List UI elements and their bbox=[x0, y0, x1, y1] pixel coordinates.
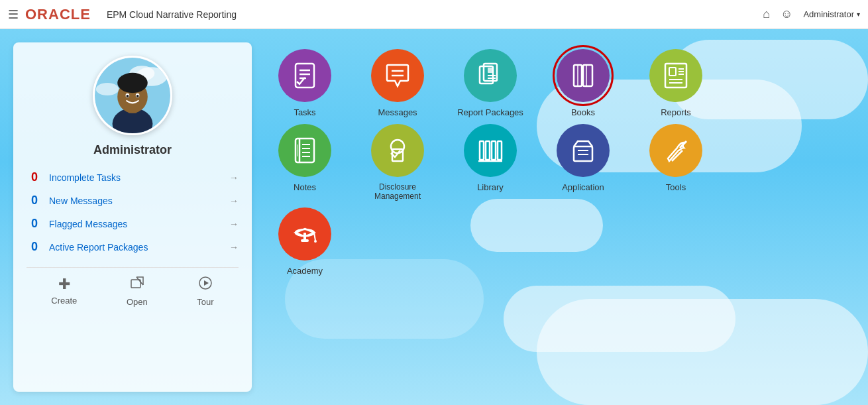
svg-point-3 bbox=[96, 83, 119, 95]
oracle-logo: ORACLE bbox=[25, 6, 91, 23]
stat-arrow[interactable]: → bbox=[229, 196, 239, 206]
stat-number: 0 bbox=[27, 170, 42, 184]
svg-point-11 bbox=[136, 95, 139, 97]
application-icon-circle bbox=[557, 124, 610, 177]
open-button[interactable]: Open bbox=[127, 276, 148, 307]
application-icon bbox=[569, 136, 598, 165]
apps-grid: Tasks Messages bbox=[265, 42, 855, 392]
reports-item[interactable]: Reports bbox=[636, 49, 716, 117]
reports-icon-circle bbox=[649, 49, 702, 102]
open-icon bbox=[130, 276, 144, 294]
tools-icon bbox=[661, 136, 690, 165]
library-icon-circle bbox=[464, 124, 517, 177]
stat-number: 0 bbox=[27, 240, 42, 254]
svg-rect-38 bbox=[296, 139, 314, 162]
svg-point-7 bbox=[117, 73, 148, 93]
tour-button[interactable]: Tour bbox=[197, 276, 213, 307]
main-content: Administrator 0Incomplete Tasks→0New Mes… bbox=[0, 29, 868, 405]
stat-link[interactable]: New Messages bbox=[49, 196, 223, 206]
disclosure-icon bbox=[383, 136, 412, 165]
tools-label: Tools bbox=[666, 182, 686, 192]
report-packages-label: Report Packages bbox=[457, 107, 523, 117]
academy-label: Academy bbox=[287, 266, 323, 276]
svg-marker-15 bbox=[204, 280, 209, 286]
report-packages-icon bbox=[476, 61, 505, 90]
library-icon bbox=[476, 136, 505, 165]
report-packages-item[interactable]: Report Packages bbox=[451, 49, 530, 117]
grid-row-3: Academy bbox=[265, 207, 855, 276]
svg-rect-47 bbox=[480, 141, 484, 160]
academy-item[interactable]: Academy bbox=[265, 207, 345, 276]
create-label: Create bbox=[51, 296, 77, 306]
stat-number: 0 bbox=[27, 194, 42, 207]
svg-rect-60 bbox=[301, 239, 309, 242]
svg-line-61 bbox=[314, 233, 315, 241]
notes-icon-circle bbox=[278, 124, 331, 177]
stat-link[interactable]: Incomplete Tasks bbox=[49, 172, 223, 183]
tour-label: Tour bbox=[197, 297, 213, 307]
header-actions: ⌂ ☺ Administrator ▾ bbox=[763, 7, 860, 21]
stat-link[interactable]: Flagged Messages bbox=[49, 219, 223, 229]
books-item[interactable]: Books bbox=[543, 49, 623, 117]
svg-rect-28 bbox=[583, 65, 592, 86]
books-label: Books bbox=[571, 107, 595, 117]
open-label: Open bbox=[127, 297, 148, 307]
report-packages-icon-circle bbox=[464, 49, 517, 102]
library-item[interactable]: Library bbox=[451, 124, 530, 201]
notes-label: Notes bbox=[294, 182, 316, 192]
academy-icon-circle bbox=[278, 207, 331, 260]
user-panel: Administrator 0Incomplete Tasks→0New Mes… bbox=[13, 42, 252, 392]
svg-point-62 bbox=[314, 240, 317, 243]
tour-icon bbox=[198, 276, 213, 294]
svg-rect-32 bbox=[669, 68, 676, 76]
disclosure-label: Disclosure Management bbox=[358, 182, 437, 201]
user-name: Administrator bbox=[803, 9, 854, 19]
tasks-label: Tasks bbox=[294, 107, 315, 117]
user-menu-caret: ▾ bbox=[857, 11, 860, 18]
admin-name: Administrator bbox=[93, 143, 172, 157]
disclosure-icon-circle bbox=[371, 124, 424, 177]
tasks-icon bbox=[290, 61, 319, 90]
stat-row: 0Incomplete Tasks→ bbox=[27, 168, 239, 187]
stat-row: 0New Messages→ bbox=[27, 191, 239, 210]
svg-point-10 bbox=[127, 95, 129, 97]
stat-link[interactable]: Active Report Packages bbox=[49, 242, 223, 253]
messages-icon bbox=[383, 61, 412, 90]
svg-rect-49 bbox=[492, 141, 496, 160]
disclosure-item[interactable]: Disclosure Management bbox=[358, 124, 437, 201]
oracle-wordmark: ORACLE bbox=[25, 6, 91, 23]
panel-actions: ✚ Create Open bbox=[27, 267, 239, 307]
app-title: EPM Cloud Narrative Reporting bbox=[107, 9, 237, 20]
stat-arrow[interactable]: → bbox=[229, 242, 239, 253]
tools-icon-circle bbox=[649, 124, 702, 177]
grid-row-1: Tasks Messages bbox=[265, 49, 855, 117]
user-menu[interactable]: Administrator ▾ bbox=[803, 9, 860, 19]
messages-label: Messages bbox=[378, 107, 417, 117]
svg-rect-24 bbox=[488, 68, 493, 73]
tasks-item[interactable]: Tasks bbox=[265, 49, 345, 117]
stat-row: 0Active Report Packages→ bbox=[27, 237, 239, 257]
notes-icon bbox=[290, 136, 319, 165]
create-button[interactable]: ✚ Create bbox=[51, 276, 77, 307]
help-icon[interactable]: ☺ bbox=[781, 7, 792, 21]
avatar bbox=[93, 56, 172, 135]
stats-list: 0Incomplete Tasks→0New Messages→0Flagged… bbox=[27, 168, 239, 257]
tools-item[interactable]: Tools bbox=[636, 124, 716, 201]
home-icon[interactable]: ⌂ bbox=[763, 7, 770, 21]
stat-arrow[interactable]: → bbox=[229, 172, 239, 183]
books-icon-circle bbox=[557, 49, 610, 102]
create-icon: ✚ bbox=[58, 276, 70, 293]
svg-rect-48 bbox=[486, 141, 490, 160]
messages-item[interactable]: Messages bbox=[358, 49, 437, 117]
hamburger-menu[interactable]: ☰ bbox=[8, 7, 19, 22]
application-item[interactable]: Application bbox=[543, 124, 623, 201]
notes-item[interactable]: Notes bbox=[265, 124, 345, 201]
books-icon bbox=[569, 61, 598, 90]
svg-line-13 bbox=[136, 277, 143, 285]
grid-row-2: Notes Disclosure Management bbox=[265, 124, 855, 201]
header: ☰ ORACLE EPM Cloud Narrative Reporting ⌂… bbox=[0, 0, 868, 29]
stat-arrow[interactable]: → bbox=[229, 219, 239, 229]
academy-icon bbox=[290, 219, 319, 249]
reports-icon bbox=[661, 61, 690, 90]
application-label: Application bbox=[562, 182, 604, 192]
